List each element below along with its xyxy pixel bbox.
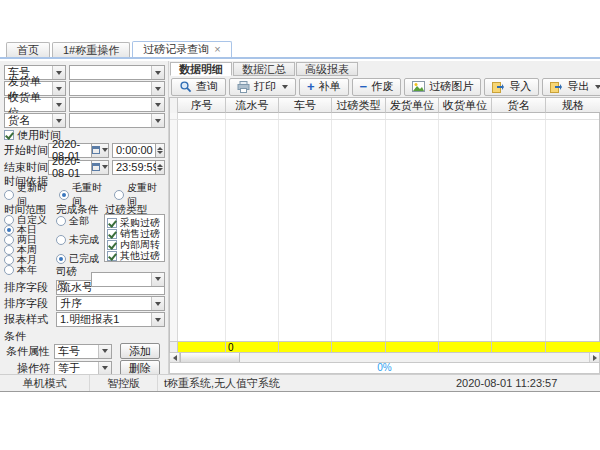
radio-all[interactable] [56, 216, 66, 226]
column-header-shipper[interactable]: 发货单位 [386, 98, 439, 113]
chevron-down-icon[interactable] [52, 66, 65, 79]
column-header-vehicle[interactable]: 车号 [279, 98, 332, 113]
scrollbar-thumb[interactable] [180, 353, 240, 362]
void-button[interactable]: − 作废 [352, 78, 402, 96]
supplement-button[interactable]: + 补单 [299, 78, 349, 96]
plus-icon: + [307, 80, 315, 93]
status-message: t称重系统,无人值守系统 [158, 375, 450, 391]
supplement-button-label: 补单 [319, 79, 341, 94]
chevron-down-icon [595, 85, 600, 89]
search-icon [179, 80, 192, 93]
column-header-goods[interactable]: 货名 [492, 98, 546, 113]
radio-row-year: 本年 [4, 265, 54, 275]
radio-unfinished-label: 未完成 [69, 233, 99, 247]
total-cell [439, 342, 492, 353]
main-tab-bar: 首页 1#称重操作 过磅记录查询× [0, 43, 600, 59]
sort-order-row: 排序字段 升序 [4, 296, 165, 311]
chevron-down-icon[interactable] [52, 114, 65, 127]
condition-attr-select[interactable]: 车号 [54, 344, 112, 359]
field-select-receiver[interactable]: 收货单位 [4, 97, 66, 112]
scroll-left-icon[interactable] [170, 353, 180, 362]
column-header-spec[interactable]: 规格 [546, 98, 600, 113]
sort-order-select[interactable]: 升序 [56, 296, 165, 311]
start-time-input[interactable]: 0:00:00 [112, 143, 156, 158]
close-icon[interactable]: × [214, 43, 220, 55]
radio-year[interactable] [4, 265, 14, 275]
field-value-vehicle[interactable] [69, 65, 165, 80]
column-header-seq[interactable]: 序号 [178, 98, 226, 113]
delete-condition-button[interactable]: 删除 [120, 360, 160, 374]
weigher-select[interactable] [91, 272, 165, 287]
chevron-down-icon[interactable] [98, 345, 111, 358]
chevron-down-icon[interactable] [151, 66, 164, 79]
field-value-goods[interactable] [69, 113, 165, 128]
total-cell [546, 342, 600, 353]
sort-field-label: 排序字段 [4, 280, 56, 295]
tab-home[interactable]: 首页 [6, 42, 50, 57]
tab-weigh-record-query-label: 过磅记录查询 [143, 43, 209, 55]
end-time-input[interactable]: 23:59:59 [112, 160, 156, 175]
radio-gross-time[interactable] [59, 190, 69, 200]
column-header-type[interactable]: 过磅类型 [332, 98, 386, 113]
tab-weigh-operation[interactable]: 1#称重操作 [52, 42, 130, 57]
grid-total-row: 0 [170, 341, 599, 353]
chevron-down-icon[interactable] [151, 313, 164, 326]
radio-custom[interactable] [4, 215, 14, 225]
chevron-down-icon[interactable] [98, 362, 111, 375]
radio-update-time[interactable] [4, 190, 14, 200]
chevron-down-icon[interactable] [151, 297, 164, 310]
radio-unfinished[interactable] [56, 235, 66, 245]
grid-body[interactable] [170, 113, 599, 341]
chevron-down-icon[interactable] [151, 98, 164, 111]
export-button[interactable]: 导出 [542, 78, 600, 96]
total-cell [386, 342, 439, 353]
radio-row-all: 全部 [56, 216, 102, 226]
condition-op-select[interactable]: 等于 [54, 361, 112, 375]
radio-month[interactable] [4, 255, 14, 265]
field-select-goods[interactable]: 货名 [4, 113, 66, 128]
query-button[interactable]: 查询 [171, 78, 226, 96]
end-time-label: 结束时间 [4, 160, 48, 175]
chevron-down-icon[interactable] [52, 82, 65, 95]
calendar-icon[interactable] [92, 143, 109, 158]
chevron-down-icon[interactable] [151, 114, 164, 127]
add-condition-button[interactable]: 添加 [120, 343, 160, 359]
radio-today[interactable] [4, 225, 14, 235]
use-time-checkbox[interactable] [4, 130, 14, 140]
start-time-spinner[interactable] [156, 143, 165, 158]
condition-header: 条件 [4, 330, 165, 342]
print-button[interactable]: 打印 [229, 78, 296, 96]
radio-tare-time[interactable] [114, 190, 124, 200]
condition-op-value: 等于 [58, 361, 80, 375]
end-date-input[interactable]: 2020-08-01 [48, 160, 92, 175]
import-button[interactable]: 导入 [484, 78, 539, 96]
total-cell [279, 342, 332, 353]
tab-data-detail[interactable]: 数据明细 [170, 62, 232, 76]
condition-title: 条件 [4, 329, 26, 344]
chevron-down-icon[interactable] [151, 82, 164, 95]
column-header-receiver[interactable]: 收货单位 [439, 98, 492, 113]
weigh-photo-button[interactable]: 过磅图片 [404, 78, 481, 96]
checkbox-purchase[interactable] [107, 218, 117, 228]
tab-data-summary[interactable]: 数据汇总 [233, 62, 295, 76]
checkbox-internal[interactable] [107, 240, 117, 250]
calendar-icon[interactable] [92, 160, 109, 175]
radio-year-label: 本年 [17, 263, 37, 277]
checkbox-other[interactable] [107, 251, 117, 261]
checkbox-sale[interactable] [107, 229, 117, 239]
chevron-down-icon[interactable] [151, 273, 164, 286]
scroll-right-icon[interactable] [589, 353, 599, 362]
radio-week[interactable] [4, 245, 14, 255]
end-time-spinner[interactable] [156, 160, 165, 175]
report-style-select[interactable]: 1.明细报表1 [56, 312, 165, 327]
total-cell [492, 342, 546, 353]
tab-weigh-record-query[interactable]: 过磅记录查询× [132, 41, 231, 57]
condition-op-row: 操作符 等于 删除 [4, 360, 165, 374]
field-value-shipper[interactable] [69, 81, 165, 96]
radio-finished[interactable] [56, 254, 66, 264]
field-value-receiver[interactable] [69, 97, 165, 112]
tab-advanced-report[interactable]: 高级报表 [296, 62, 358, 76]
chevron-down-icon[interactable] [52, 98, 65, 111]
column-header-serial[interactable]: 流水号 [226, 98, 279, 113]
radio-twodays[interactable] [4, 235, 14, 245]
